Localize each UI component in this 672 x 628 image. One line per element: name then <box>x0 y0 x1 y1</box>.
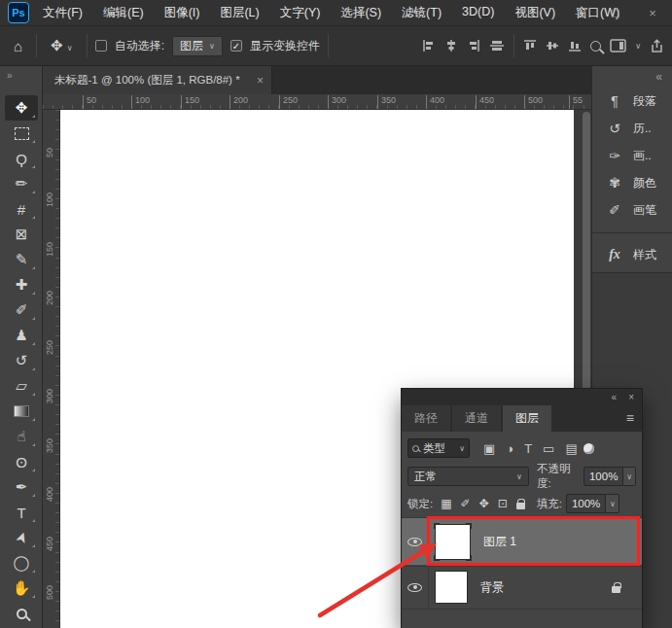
rectangular-marquee-tool[interactable] <box>5 121 38 146</box>
menu-edit[interactable]: 编辑(E) <box>103 5 144 21</box>
lock-all-icon[interactable] <box>516 503 525 509</box>
lock-position-icon[interactable]: ✥ <box>479 497 489 510</box>
type-layer-filter-icon[interactable]: T <box>524 441 532 456</box>
menu-3d[interactable]: 3D(D) <box>462 5 494 21</box>
move-tool[interactable]: ✥ <box>5 95 38 121</box>
align-vertical-centers-icon[interactable] <box>546 39 559 52</box>
dodge-tool[interactable]: ʘ <box>5 449 38 474</box>
lock-transparent-pixels-icon[interactable]: ▦ <box>441 497 451 510</box>
layer-thumbnail[interactable] <box>435 524 471 560</box>
crop-tool[interactable]: # <box>5 196 38 222</box>
auto-select-checkbox[interactable] <box>95 40 107 52</box>
menu-select[interactable]: 选择(S) <box>340 5 381 21</box>
healing-brush-tool[interactable]: ✚ <box>5 272 38 297</box>
align-left-edges-icon[interactable] <box>422 39 436 52</box>
layer-filter-toggle[interactable] <box>584 443 594 454</box>
opacity-chevron-icon[interactable]: ∨ <box>623 467 636 486</box>
layer-name[interactable]: 背景 <box>480 579 504 596</box>
fill-value[interactable]: 100% <box>566 494 606 513</box>
visibility-eye-icon[interactable] <box>407 538 422 546</box>
quick-selection-tool[interactable]: ✏ <box>5 171 38 196</box>
blend-mode-dropdown[interactable]: 正常 ∨ <box>407 467 529 486</box>
adjustment-layer-filter-icon[interactable]: ◑ <box>506 441 513 456</box>
history-brush-tool[interactable]: ↺ <box>5 348 38 373</box>
brushes-icon: ✐ <box>606 202 623 218</box>
home-icon[interactable]: ⌂ <box>8 38 28 54</box>
panel-button-brushes[interactable]: ✐ 画笔 <box>592 196 672 224</box>
auto-select-target-dropdown[interactable]: 图层∨ <box>172 36 223 56</box>
panel-button-history[interactable]: ↺ 历.. <box>592 115 672 142</box>
smart-object-filter-icon[interactable]: ▤ <box>565 441 577 456</box>
gradient-tool[interactable] <box>5 399 38 424</box>
share-icon[interactable] <box>650 39 664 53</box>
layer-filter-dropdown[interactable]: 类型 ∨ <box>407 438 470 458</box>
layers-panel: « × 路径 通道 图层 ≡ 类型 ∨ ▣ ◑ T ▭ ▤ <box>402 389 642 628</box>
panel-close-icon[interactable]: × <box>628 392 634 402</box>
path-selection-tool[interactable]: ➤ <box>5 525 38 550</box>
maximize-button[interactable]: □ <box>606 6 625 20</box>
panel-button-styles[interactable]: fx 样式 <box>592 241 672 268</box>
align-right-edges-icon[interactable] <box>467 39 480 52</box>
smudge-tool[interactable]: ☝ <box>5 424 38 449</box>
layer-thumbnail[interactable] <box>435 571 468 604</box>
panel-collapse-icon[interactable]: « <box>612 392 618 402</box>
opacity-value[interactable]: 100% <box>584 467 623 486</box>
lasso-tool[interactable]: Ϙ <box>5 146 38 171</box>
zoom-icon <box>17 609 27 619</box>
menu-type[interactable]: 文字(Y) <box>280 5 321 21</box>
document-tab[interactable]: 未标题-1 @ 100% (图层 1, RGB/8#) * × <box>43 66 272 94</box>
panel-menu-icon[interactable]: ≡ <box>626 410 634 426</box>
pixel-layer-filter-icon[interactable]: ▣ <box>483 441 495 456</box>
layer-name[interactable]: 图层 1 <box>483 534 516 550</box>
lock-image-pixels-icon[interactable]: ✐ <box>461 497 471 510</box>
eraser-tool[interactable]: ▱ <box>5 373 38 399</box>
clone-stamp-tool[interactable]: ♟ <box>5 323 38 348</box>
menu-view[interactable]: 视图(V) <box>514 5 555 21</box>
layer-filter-row: 类型 ∨ ▣ ◑ T ▭ ▤ <box>407 437 636 459</box>
menu-filter[interactable]: 滤镜(T) <box>402 5 442 21</box>
minimize-button[interactable]: – <box>569 6 588 20</box>
toolbar-collapse-icon[interactable]: » <box>7 70 12 81</box>
panel-button-paragraph[interactable]: ¶ 段落 <box>592 87 672 115</box>
ellipse-tool[interactable]: ◯ <box>5 550 38 576</box>
pen-tool[interactable]: ✒ <box>5 474 38 500</box>
align-bottom-edges-icon[interactable] <box>568 39 582 52</box>
eyedropper-tool[interactable]: ✎ <box>5 247 38 272</box>
distribute-horizontal-icon[interactable] <box>489 39 505 52</box>
workspace-switcher-icon[interactable] <box>610 39 626 52</box>
show-transform-checkbox[interactable]: ✓ <box>230 40 242 52</box>
menu-file[interactable]: 文件(F) <box>43 5 83 21</box>
fill-chevron-icon[interactable]: ∨ <box>606 494 619 513</box>
marquee-icon <box>15 127 29 140</box>
shape-layer-filter-icon[interactable]: ▭ <box>543 441 554 456</box>
menu-layer[interactable]: 图层(L) <box>220 5 259 21</box>
history-icon: ↺ <box>606 121 623 136</box>
document-tab-title: 未标题-1 @ 100% (图层 1, RGB/8#) * <box>54 73 240 87</box>
panel-button-brush-settings[interactable]: ✑ 画.. <box>592 142 672 169</box>
hand-tool[interactable]: ✋ <box>5 576 38 601</box>
close-button[interactable]: × <box>643 6 662 20</box>
align-horizontal-centers-icon[interactable] <box>444 39 458 52</box>
layer-row-background[interactable]: 背景 <box>402 567 642 608</box>
frame-tool[interactable]: ⊠ <box>5 222 38 247</box>
tab-layers[interactable]: 图层 <box>503 405 551 432</box>
align-top-edges-icon[interactable] <box>523 39 537 52</box>
layer-row-layer1[interactable]: 图层 1 <box>402 518 642 565</box>
menu-image[interactable]: 图像(I) <box>164 5 200 21</box>
color-icon: ✾ <box>606 175 623 191</box>
type-tool[interactable]: T <box>5 500 38 525</box>
tab-close-icon[interactable]: × <box>257 74 264 87</box>
workspace-chevron-icon[interactable]: ∨ <box>635 42 641 51</box>
search-icon[interactable] <box>590 41 601 52</box>
zoom-tool[interactable] <box>5 601 38 626</box>
brush-tool[interactable]: ✐ <box>5 297 38 323</box>
layer-lock-icon[interactable] <box>612 586 620 593</box>
tab-channels[interactable]: 通道 <box>452 405 501 432</box>
tab-paths[interactable]: 路径 <box>402 405 450 432</box>
lock-row: 锁定: ▦ ✐ ✥ ⊡ 填充: 100% ∨ <box>407 494 636 513</box>
dock-collapse-icon[interactable]: « <box>655 70 662 84</box>
visibility-eye-icon[interactable] <box>407 583 422 592</box>
lock-artboard-icon[interactable]: ⊡ <box>498 497 508 510</box>
panel-button-color[interactable]: ✾ 颜色 <box>592 169 672 196</box>
move-tool-preset-icon[interactable]: ✥ ∨ <box>45 37 79 54</box>
